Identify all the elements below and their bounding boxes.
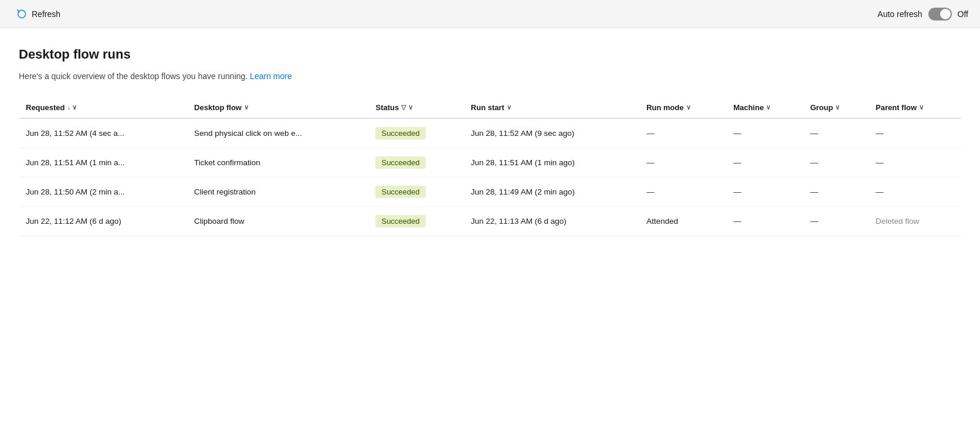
cell-run_mode: —: [639, 118, 726, 148]
cell-status: Succeeded: [368, 148, 463, 178]
cell-group: —: [803, 148, 869, 178]
col-header-desktop-flow[interactable]: Desktop flow ∨: [187, 97, 368, 118]
sort-icon-run-mode: ∨: [686, 104, 691, 111]
sort-icon-requested: ↓ ∨: [67, 104, 77, 111]
col-header-run-start[interactable]: Run start ∨: [464, 97, 639, 118]
auto-refresh-area: Auto refresh Off: [877, 8, 968, 21]
col-header-requested[interactable]: Requested ↓ ∨: [19, 97, 187, 118]
cell-parent_flow: Deleted flow: [869, 207, 961, 236]
refresh-icon: [16, 9, 27, 19]
cell-machine: —: [726, 207, 803, 236]
flow-runs-table: Requested ↓ ∨ Desktop flow ∨ Status ▽ ∨: [19, 97, 961, 236]
status-badge: Succeeded: [375, 186, 425, 198]
page-description: Here's a quick overview of the desktop f…: [19, 71, 961, 81]
cell-requested: Jun 28, 11:51 AM (1 min a...: [19, 148, 187, 178]
cell-run_start: Jun 22, 11:13 AM (6 d ago): [464, 207, 639, 236]
cell-parent_flow: —: [869, 148, 961, 178]
cell-run_mode: Attended: [639, 207, 726, 236]
filter-icon-status: ▽: [401, 104, 406, 111]
cell-group: —: [803, 118, 869, 148]
cell-run_mode: —: [639, 178, 726, 207]
col-header-group[interactable]: Group ∨: [803, 97, 869, 118]
cell-parent_flow: —: [869, 178, 961, 207]
toggle-knob: [940, 9, 951, 19]
sort-icon-parent-flow: ∨: [919, 104, 924, 111]
table-row[interactable]: Jun 28, 11:52 AM (4 sec a...Send physica…: [19, 118, 961, 148]
col-header-parent-flow[interactable]: Parent flow ∨: [869, 97, 961, 118]
cell-run_start: Jun 28, 11:49 AM (2 min ago): [464, 178, 639, 207]
col-header-run-mode[interactable]: Run mode ∨: [639, 97, 726, 118]
auto-refresh-toggle[interactable]: [928, 8, 952, 21]
cell-desktop_flow: Ticket confirmation: [187, 148, 368, 178]
cell-desktop_flow: Clipboard flow: [187, 207, 368, 236]
cell-desktop_flow: Send physical click on web e...: [187, 118, 368, 148]
table-row[interactable]: Jun 22, 11:12 AM (6 d ago)Clipboard flow…: [19, 207, 961, 236]
sort-icon-run-start: ∨: [507, 104, 511, 111]
main-content: Desktop flow runs Here's a quick overvie…: [0, 28, 980, 447]
cell-desktop_flow: Client registration: [187, 178, 368, 207]
col-header-machine[interactable]: Machine ∨: [726, 97, 803, 118]
refresh-button[interactable]: Refresh: [12, 5, 65, 23]
cell-status: Succeeded: [368, 207, 463, 236]
table-header-row: Requested ↓ ∨ Desktop flow ∨ Status ▽ ∨: [19, 97, 961, 118]
top-bar: Refresh Auto refresh Off: [0, 0, 980, 28]
cell-machine: —: [726, 118, 803, 148]
auto-refresh-label: Auto refresh: [877, 9, 922, 19]
toggle-state-label: Off: [958, 9, 968, 19]
cell-machine: —: [726, 148, 803, 178]
cell-requested: Jun 28, 11:50 AM (2 min a...: [19, 178, 187, 207]
cell-parent_flow: —: [869, 118, 961, 148]
cell-requested: Jun 22, 11:12 AM (6 d ago): [19, 207, 187, 236]
sort-icon-machine: ∨: [766, 104, 771, 111]
col-header-status[interactable]: Status ▽ ∨: [368, 97, 463, 118]
sort-icon-desktop-flow: ∨: [244, 104, 249, 111]
cell-status: Succeeded: [368, 178, 463, 207]
sort-icon-status: ∨: [408, 104, 413, 111]
status-badge: Succeeded: [375, 127, 425, 139]
cell-requested: Jun 28, 11:52 AM (4 sec a...: [19, 118, 187, 148]
table-row[interactable]: Jun 28, 11:50 AM (2 min a...Client regis…: [19, 178, 961, 207]
learn-more-link[interactable]: Learn more: [250, 71, 292, 81]
cell-run_start: Jun 28, 11:52 AM (9 sec ago): [464, 118, 639, 148]
status-badge: Succeeded: [375, 156, 425, 169]
cell-group: —: [803, 178, 869, 207]
table-row[interactable]: Jun 28, 11:51 AM (1 min a...Ticket confi…: [19, 148, 961, 178]
refresh-label: Refresh: [32, 9, 60, 19]
cell-run_start: Jun 28, 11:51 AM (1 min ago): [464, 148, 639, 178]
cell-group: —: [803, 207, 869, 236]
cell-run_mode: —: [639, 148, 726, 178]
cell-machine: —: [726, 178, 803, 207]
status-badge: Succeeded: [375, 215, 425, 227]
sort-icon-group: ∨: [835, 104, 840, 111]
cell-status: Succeeded: [368, 118, 463, 148]
page-title: Desktop flow runs: [19, 47, 961, 62]
